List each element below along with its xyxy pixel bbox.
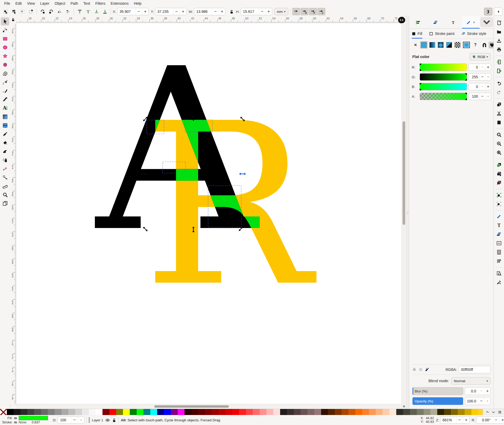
palette-swatch[interactable] <box>219 409 225 415</box>
palette-swatch-none[interactable] <box>0 409 7 415</box>
menu-view[interactable]: View <box>24 1 38 6</box>
palette-swatch[interactable] <box>130 409 137 415</box>
dialog-tab-text[interactable]: T <box>444 16 462 28</box>
tool-ellipse[interactable] <box>1 43 9 51</box>
tool-zoom[interactable] <box>1 191 9 199</box>
alpha-spinbox[interactable]: 100−+ <box>469 93 491 100</box>
menu-file[interactable]: File <box>2 1 13 6</box>
palette-swatch[interactable] <box>178 409 184 415</box>
palette-swatch[interactable] <box>403 409 410 415</box>
out-of-gamut-icon[interactable] <box>419 367 423 372</box>
cmd-preferences[interactable] <box>495 278 503 286</box>
palette-swatch[interactable] <box>55 409 61 415</box>
palette-swatch[interactable] <box>253 409 260 415</box>
palette-swatch[interactable] <box>342 409 348 415</box>
cmd-align-dialog[interactable] <box>495 257 503 265</box>
cmd-undo[interactable] <box>495 79 503 87</box>
cmd-xml-editor[interactable]: <> <box>495 239 503 247</box>
menu-text[interactable]: Text <box>81 1 93 6</box>
red-spinbox[interactable]: 0−+ <box>469 64 491 71</box>
field-y-spinbox[interactable]: 37.235−+ <box>155 8 187 15</box>
palette-swatch[interactable] <box>171 409 178 415</box>
paint-radial-gradient-button[interactable] <box>437 41 444 49</box>
palette-swatch[interactable] <box>68 409 75 415</box>
field-w-spinbox[interactable]: 13.986−+ <box>194 8 225 15</box>
palette-swatch[interactable] <box>232 409 239 415</box>
scale-pattern-toggle[interactable] <box>317 8 325 15</box>
cmd-unlink-clone[interactable] <box>495 179 503 187</box>
palette-swatch[interactable] <box>266 409 273 415</box>
tool-pencil[interactable] <box>1 87 9 95</box>
palette-swatch[interactable] <box>417 409 424 415</box>
object-opacity-spinbox[interactable]: 100 −+ <box>58 416 84 424</box>
cmd-group[interactable] <box>495 191 503 199</box>
palette-swatch[interactable] <box>157 409 164 415</box>
flip-horizontal-button[interactable] <box>55 8 63 15</box>
palette-swatch[interactable] <box>150 409 157 415</box>
palette-swatch[interactable] <box>184 409 191 415</box>
zoom-spinbox[interactable]: 681% −+ <box>440 416 470 424</box>
palette-swatch[interactable] <box>280 409 287 415</box>
field-h-spinbox[interactable]: 15.817−+ <box>241 8 272 15</box>
palette-swatch[interactable] <box>362 409 369 415</box>
tab-fill[interactable]: Fill <box>412 29 422 39</box>
tool-pages[interactable] <box>1 199 9 208</box>
color-management-icon[interactable] <box>402 404 406 409</box>
cms-colors-icon[interactable] <box>412 367 416 372</box>
rotation-spinbox[interactable]: 0.00° −+ <box>476 416 504 424</box>
cmd-print[interactable] <box>495 46 503 54</box>
palette-swatch[interactable] <box>198 409 205 415</box>
tool-pen[interactable] <box>1 78 9 86</box>
palette-swatch[interactable] <box>212 409 219 415</box>
vertical-ruler[interactable]: 2426283032343638404244464850525456586062… <box>10 23 17 404</box>
cmd-export[interactable] <box>495 67 503 75</box>
palette-swatch[interactable] <box>294 409 301 415</box>
palette-swatch[interactable] <box>328 409 335 415</box>
tool-gradient[interactable] <box>1 113 9 121</box>
cmd-find[interactable] <box>495 269 503 277</box>
tool-dropper[interactable] <box>1 130 9 138</box>
scale-stroke-toggle[interactable] <box>292 8 300 15</box>
palette-swatch[interactable] <box>143 409 150 415</box>
deselect-button[interactable] <box>18 8 26 15</box>
palette-swatch[interactable] <box>396 409 403 415</box>
tool-spray[interactable] <box>1 156 9 164</box>
tool-bucket[interactable] <box>1 139 9 147</box>
cmd-clone[interactable] <box>495 170 503 178</box>
palette-swatch[interactable] <box>301 409 307 415</box>
cmd-import[interactable] <box>495 58 503 66</box>
palette-swatch[interactable] <box>116 409 123 415</box>
palette-swatch[interactable] <box>348 409 355 415</box>
menu-help[interactable]: Help <box>131 1 144 6</box>
lower-to-bottom-button[interactable] <box>101 8 109 15</box>
green-spinbox[interactable]: 255−+ <box>469 73 491 81</box>
quick-zoom-button[interactable]: 1:1 <box>397 17 406 24</box>
unit-dropdown[interactable]: mm▾ <box>274 8 288 15</box>
cmd-layers-dialog[interactable] <box>495 230 503 238</box>
palette-swatch[interactable] <box>61 409 68 415</box>
palette-swatch[interactable] <box>96 409 102 415</box>
tool-node[interactable] <box>1 26 9 34</box>
dialog-tab-align[interactable] <box>409 16 427 28</box>
blend-mode-dropdown[interactable]: Normal▾ <box>451 377 491 385</box>
tool-connector[interactable] <box>1 173 9 182</box>
palette-swatch[interactable] <box>239 409 246 415</box>
palette-swatch[interactable] <box>89 409 96 415</box>
raise-to-top-button[interactable] <box>76 8 84 15</box>
palette-scroll-down-icon[interactable] <box>492 410 495 414</box>
current-layer-name[interactable]: Layer 1 <box>92 418 103 422</box>
tool-mesh[interactable] <box>1 121 9 129</box>
field-x-spinbox[interactable]: 35.907−+ <box>117 8 149 15</box>
palette-swatch[interactable] <box>205 409 212 415</box>
cmd-zoom-drawing[interactable] <box>495 140 503 148</box>
rotate-ccw-button[interactable] <box>39 8 47 15</box>
palette-swatch[interactable] <box>410 409 417 415</box>
palette-swatch[interactable] <box>137 409 143 415</box>
palette-swatch[interactable] <box>20 409 27 415</box>
tab-stroke-style[interactable]: Stroke style <box>461 29 486 39</box>
palette-swatch[interactable] <box>314 409 321 415</box>
rotate-cw-button[interactable] <box>47 8 55 15</box>
tool-box3d[interactable] <box>1 61 9 69</box>
palette-swatch[interactable] <box>75 409 82 415</box>
menu-edit[interactable]: Edit <box>13 1 24 6</box>
